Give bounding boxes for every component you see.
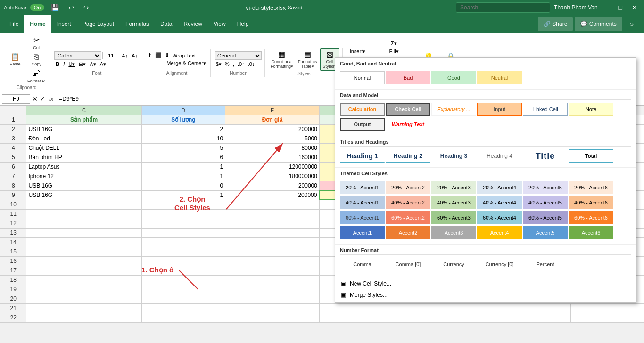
font-increase-button[interactable]: A↑ <box>120 52 129 59</box>
cell-d5[interactable]: 6 <box>141 153 225 162</box>
cell-d3[interactable]: 10 <box>141 134 225 143</box>
minimize-button[interactable]: ─ <box>602 3 612 12</box>
style-comma0[interactable]: Comma [0] <box>386 258 430 271</box>
cell-d1[interactable]: Số lượng <box>141 115 225 124</box>
style-title[interactable]: Title <box>523 149 568 163</box>
cell-e2[interactable]: 200000 <box>225 124 320 134</box>
new-cell-style-item[interactable]: ▣ New Cell Style... <box>335 278 636 289</box>
align-center-button[interactable]: ≡ <box>152 60 158 67</box>
style-accent3[interactable]: Accent3 <box>431 226 476 239</box>
style-20-accent5[interactable]: 20% - Accent5 <box>523 181 568 194</box>
style-explanatory[interactable]: Explanatory ... <box>431 103 476 116</box>
tab-data[interactable]: Data <box>155 15 178 33</box>
cell-d4[interactable]: 5 <box>141 143 225 153</box>
align-top-button[interactable]: ⬆ <box>146 52 153 59</box>
percent-button[interactable]: % <box>223 61 231 68</box>
cut-button[interactable]: ✂Cut <box>25 35 47 51</box>
smiley-button[interactable]: ☺ <box>623 15 640 33</box>
style-output[interactable]: Output <box>340 118 385 131</box>
underline-button[interactable]: U▾ <box>67 61 76 68</box>
cell-c6[interactable]: Laptop Asus <box>26 162 141 172</box>
tab-review[interactable]: Review <box>178 15 207 33</box>
style-bad[interactable]: Bad <box>386 71 430 84</box>
autosum-button[interactable]: Σ▾ <box>376 40 412 47</box>
style-accent4[interactable]: Accent4 <box>477 226 522 239</box>
style-note[interactable]: Note <box>569 103 613 116</box>
style-calculation[interactable]: Calculation <box>340 103 385 116</box>
cell-d7[interactable]: 1 <box>141 172 225 181</box>
style-40-accent2[interactable]: 40% - Accent2 <box>386 196 430 209</box>
redo-button[interactable]: ↪ <box>81 3 92 12</box>
style-60-accent3[interactable]: 60% - Accent3 <box>431 211 476 224</box>
number-format-select[interactable]: General <box>215 51 262 60</box>
formula-confirm-button[interactable]: ✓ <box>40 95 45 103</box>
style-good[interactable]: Good <box>431 71 476 84</box>
paste-button[interactable]: 📋 Paste <box>6 51 25 67</box>
undo-button[interactable]: ↩ <box>66 3 77 12</box>
style-heading4[interactable]: Heading 4 <box>477 149 522 163</box>
maximize-button[interactable]: □ <box>616 3 625 12</box>
cell-c7[interactable]: Iphone 12 <box>26 172 141 181</box>
style-20-accent2[interactable]: 20% - Accent2 <box>386 181 430 194</box>
decrease-decimal-button[interactable]: .0↓ <box>247 61 256 68</box>
cell-d6[interactable]: 1 <box>141 162 225 172</box>
comments-button[interactable]: 💬 Comments <box>575 17 622 31</box>
tab-home[interactable]: Home <box>24 15 51 33</box>
format-painter-button[interactable]: 🖌Format P. <box>25 68 47 84</box>
search-input[interactable] <box>456 2 550 13</box>
bold-button[interactable]: B <box>54 61 61 67</box>
style-total[interactable]: Total <box>569 149 613 163</box>
style-accent6[interactable]: Accent6 <box>569 226 613 239</box>
font-color-button[interactable]: A▾ <box>99 61 107 68</box>
style-neutral[interactable]: Neutral <box>477 71 522 84</box>
cell-e8[interactable]: 200000 <box>225 181 320 190</box>
style-accent2[interactable]: Accent2 <box>386 226 430 239</box>
font-family-select[interactable]: Calibri <box>54 51 101 60</box>
merge-styles-item[interactable]: ▣ Merge Styles... <box>335 289 636 301</box>
close-button[interactable]: ✕ <box>629 3 640 12</box>
cell-c5[interactable]: Bàn phím HP <box>26 153 141 162</box>
align-bottom-button[interactable]: ⬇ <box>164 52 171 59</box>
style-60-accent1[interactable]: 60% - Accent1 <box>340 211 385 224</box>
style-60-accent6[interactable]: 60% - Accent6 <box>569 211 613 224</box>
tab-help[interactable]: Help <box>231 15 255 33</box>
style-heading2[interactable]: Heading 2 <box>386 149 430 163</box>
merge-center-button[interactable]: Merge & Center▾ <box>165 60 207 67</box>
cell-reference-input[interactable] <box>2 94 30 104</box>
style-currency0[interactable]: Currency [0] <box>477 258 522 271</box>
fill-button[interactable]: Fill▾ <box>376 48 412 55</box>
style-20-accent4[interactable]: 20% - Accent4 <box>477 181 522 194</box>
border-button[interactable]: ⊞▾ <box>77 61 87 68</box>
cell-e5[interactable]: 160000 <box>225 153 320 162</box>
style-warning-text[interactable]: Warning Text <box>386 118 430 131</box>
cell-c2[interactable]: USB 16G <box>26 124 141 134</box>
style-linked-cell[interactable]: Linked Cell <box>523 103 568 116</box>
align-middle-button[interactable]: ⬛ <box>154 52 163 59</box>
font-size-input[interactable] <box>102 52 119 59</box>
style-40-accent3[interactable]: 40% - Accent3 <box>431 196 476 209</box>
tab-formulas[interactable]: Formulas <box>120 15 155 33</box>
currency-button[interactable]: $▾ <box>215 61 223 68</box>
cell-c3[interactable]: Đèn Led <box>26 134 141 143</box>
style-input[interactable]: Input <box>477 103 522 116</box>
style-20-accent3[interactable]: 20% - Accent3 <box>431 181 476 194</box>
share-button[interactable]: 🔗 Share <box>538 17 573 31</box>
tab-page-layout[interactable]: Page Layout <box>77 15 120 33</box>
copy-button[interactable]: ⎘Copy <box>25 51 47 67</box>
wrap-text-button[interactable]: Wrap Text <box>171 52 197 59</box>
style-accent5[interactable]: Accent5 <box>523 226 568 239</box>
cell-e9[interactable]: 200000 <box>225 190 320 200</box>
style-20-accent1[interactable]: 20% - Accent1 <box>340 181 385 194</box>
style-percent[interactable]: Percent <box>523 258 568 271</box>
save-button[interactable]: 💾 <box>48 3 62 12</box>
tab-file[interactable]: File <box>4 15 24 33</box>
style-40-accent1[interactable]: 40% - Accent1 <box>340 196 385 209</box>
style-accent1[interactable]: Accent1 <box>340 226 385 239</box>
style-heading1[interactable]: Heading 1 <box>340 149 385 163</box>
align-right-button[interactable]: ≡ <box>159 60 165 67</box>
format-as-table-button[interactable]: ▤ Format asTable▾ <box>296 49 319 70</box>
cell-c1[interactable]: Sản phẩm <box>26 115 141 124</box>
style-currency[interactable]: Currency <box>431 258 476 271</box>
cell-c9[interactable]: USB 16G <box>26 190 141 200</box>
style-60-accent2[interactable]: 60% - Accent2 <box>386 211 430 224</box>
